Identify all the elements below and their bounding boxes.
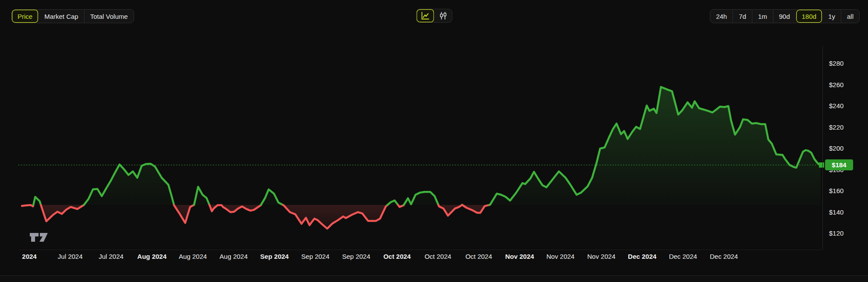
x-axis-tick-label: Jul 2024: [99, 253, 124, 260]
y-axis-tick-label: $160: [829, 187, 843, 194]
x-axis-tick-label: Sep 2024: [260, 253, 289, 260]
x-axis-tick-label: Sep 2024: [301, 253, 329, 260]
x-axis-tick-label: 2024: [22, 253, 36, 260]
area-fill-red: [283, 205, 388, 229]
y-axis-tick-label: $280: [829, 60, 843, 67]
x-axis-tick-label: Jul 2024: [58, 253, 83, 260]
x-axis-tick-label: Aug 2024: [179, 253, 207, 260]
line-segment-red: [22, 205, 33, 206]
y-axis-tick-label: $240: [829, 102, 843, 109]
last-price-marker: [819, 162, 824, 168]
x-axis-tick-label: Oct 2024: [465, 253, 492, 260]
y-axis-tick-label: $260: [829, 81, 843, 88]
price-chart[interactable]: [0, 0, 868, 282]
bottom-strip: [0, 276, 868, 282]
x-axis-tick-label: Aug 2024: [220, 253, 248, 260]
y-axis-tick-label: $140: [829, 208, 843, 215]
x-axis-tick-label: Nov 2024: [587, 253, 615, 260]
x-axis-tick-label: Nov 2024: [546, 253, 574, 260]
y-axis-tick-label: $120: [829, 229, 843, 237]
current-price-badge: $184: [825, 159, 853, 170]
area-fill-green: [489, 87, 821, 205]
area-fill-green: [84, 164, 174, 205]
x-axis-tick-label: Dec 2024: [669, 253, 697, 260]
x-axis-tick-label: Oct 2024: [383, 253, 411, 260]
x-axis-tick-label: Sep 2024: [342, 253, 370, 260]
y-axis-tick-label: $200: [829, 145, 843, 152]
tradingview-logo[interactable]: [29, 231, 49, 243]
x-axis-tick-label: Dec 2024: [710, 253, 738, 260]
x-axis-tick-label: Oct 2024: [425, 253, 451, 260]
x-axis-tick-label: Dec 2024: [628, 253, 656, 260]
x-axis-tick-label: Nov 2024: [505, 253, 534, 260]
x-axis-tick-label: Aug 2024: [137, 253, 167, 260]
y-axis-tick-label: $220: [829, 123, 843, 130]
